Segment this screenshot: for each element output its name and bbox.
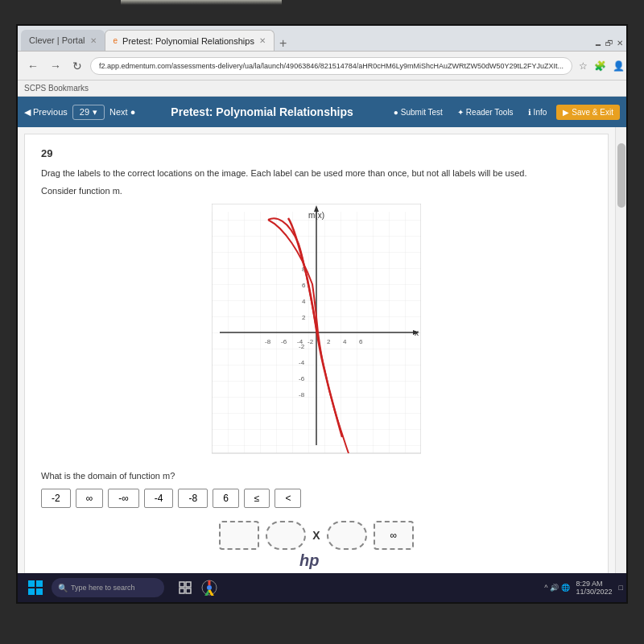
monitor: Clever | Portal ✕ e Pretest: Polynomial … bbox=[0, 0, 644, 644]
notification-icon[interactable]: □ bbox=[619, 584, 623, 592]
svg-text:6: 6 bbox=[359, 338, 363, 345]
drop-target-4[interactable]: ∞ bbox=[374, 521, 414, 550]
profile-icon[interactable]: 👤 bbox=[611, 59, 626, 73]
label-tiles: -2 ∞ -∞ -4 -8 6 ≤ < bbox=[41, 489, 592, 508]
svg-text:m(x): m(x) bbox=[308, 211, 324, 220]
svg-rect-23 bbox=[28, 580, 35, 587]
chrome-svg bbox=[201, 580, 217, 596]
taskbar-icons bbox=[175, 578, 219, 597]
url-box[interactable]: f2.app.edmentum.com/assessments-delivery… bbox=[90, 57, 572, 75]
taskbar: 🔍 Type here to search bbox=[18, 573, 628, 602]
tab-pretest-icon: e bbox=[114, 36, 118, 45]
taskbar-right: ^ 🔊 🌐 8:29 AM 11/30/2022 □ bbox=[544, 580, 623, 596]
svg-rect-29 bbox=[180, 588, 184, 593]
url-text: f2.app.edmentum.com/assessments-delivery… bbox=[99, 62, 564, 70]
taskbar-search-box[interactable]: 🔍 Type here to search bbox=[52, 578, 164, 597]
tab-pretest[interactable]: e Pretest: Polynomial Relationships ✕ bbox=[105, 30, 275, 51]
domain-question: What is the domain of function m? bbox=[41, 471, 592, 481]
previous-button[interactable]: ◀ Previous bbox=[24, 107, 68, 118]
infinity-filled: ∞ bbox=[390, 530, 397, 541]
svg-text:-6: -6 bbox=[281, 338, 287, 345]
windows-logo-icon bbox=[28, 580, 43, 595]
app-title: Pretest: Polynomial Relationships bbox=[142, 105, 382, 118]
submit-test-button[interactable]: ● Submit Test bbox=[389, 105, 448, 120]
tab-pretest-label: Pretest: Polynomial Relationships bbox=[122, 36, 254, 46]
bookmarks-label: SCPS Bookmarks bbox=[24, 84, 89, 93]
browser: Clever | Portal ✕ e Pretest: Polynomial … bbox=[18, 26, 626, 602]
hp-logo: hp bbox=[299, 551, 319, 570]
svg-rect-24 bbox=[36, 580, 43, 587]
save-exit-button[interactable]: ▶ Save & Exit bbox=[556, 105, 620, 120]
tile-leq[interactable]: ≤ bbox=[244, 489, 270, 508]
tile-lt[interactable]: < bbox=[275, 489, 301, 508]
bookmarks-bar: SCPS Bookmarks bbox=[18, 80, 626, 97]
dropdown-icon: ▾ bbox=[93, 107, 97, 118]
reader-tools-button[interactable]: ✦ Reader Tools bbox=[452, 105, 518, 120]
svg-text:-2: -2 bbox=[299, 343, 305, 350]
save-icon: ▶ bbox=[563, 108, 569, 117]
svg-text:-6: -6 bbox=[299, 375, 305, 382]
drop-target-2[interactable] bbox=[266, 521, 306, 550]
extension-icon[interactable]: 🧩 bbox=[592, 59, 608, 73]
tile-neg8[interactable]: -8 bbox=[178, 489, 208, 508]
restore-icon[interactable]: 🗗 bbox=[605, 39, 613, 47]
drop-target-3[interactable] bbox=[327, 521, 367, 550]
svg-text:6: 6 bbox=[302, 282, 306, 289]
taskbar-tray-icons: ^ 🔊 🌐 bbox=[544, 584, 569, 592]
address-bar: ← → ↻ f2.app.edmentum.com/assessments-de… bbox=[18, 52, 626, 80]
taskbar-chrome-icon[interactable] bbox=[200, 578, 219, 597]
minimize-icon[interactable]: 🗕 bbox=[594, 39, 602, 47]
light-effect bbox=[121, 0, 282, 5]
forward-button[interactable]: → bbox=[47, 58, 64, 74]
taskbar-date: 11/30/2022 bbox=[576, 588, 613, 596]
taskbar-multitask-icon[interactable] bbox=[175, 578, 195, 597]
browser-icons: ☆ 🧩 👤 ⋮ bbox=[577, 59, 628, 73]
multitask-svg bbox=[179, 581, 192, 594]
bookmark-star-icon[interactable]: ☆ bbox=[577, 59, 589, 73]
new-tab-button[interactable]: + bbox=[275, 36, 291, 51]
tab-clever-close[interactable]: ✕ bbox=[90, 36, 97, 45]
close-window-icon[interactable]: ✕ bbox=[617, 39, 623, 47]
app-header: ◀ Previous 29 ▾ Next ● Pretest: Polynomi… bbox=[18, 97, 626, 127]
svg-point-32 bbox=[207, 585, 212, 590]
tile-neg2[interactable]: -2 bbox=[41, 489, 71, 508]
svg-text:4: 4 bbox=[302, 298, 306, 305]
instructions: Drag the labels to the correct locations… bbox=[41, 167, 592, 180]
question-panel: 29 Drag the labels to the correct locati… bbox=[24, 134, 609, 577]
screen: Clever | Portal ✕ e Pretest: Polynomial … bbox=[16, 24, 628, 604]
svg-text:x: x bbox=[415, 328, 419, 337]
question-number-display[interactable]: 29 ▾ bbox=[72, 105, 105, 120]
question-number: 29 bbox=[41, 147, 592, 159]
svg-rect-26 bbox=[36, 588, 43, 595]
drop-target-1[interactable] bbox=[219, 521, 259, 550]
scrollbar-thumb[interactable] bbox=[617, 143, 625, 208]
graph-svg: x m(x) -8 -6 -4 -2 2 4 bbox=[212, 204, 421, 461]
reload-button[interactable]: ↻ bbox=[69, 58, 85, 74]
tab-pretest-close[interactable]: ✕ bbox=[259, 36, 266, 45]
tab-bar: Clever | Portal ✕ e Pretest: Polynomial … bbox=[18, 26, 626, 52]
svg-rect-27 bbox=[180, 582, 184, 587]
next-button[interactable]: Next ● bbox=[109, 107, 135, 117]
search-icon: 🔍 bbox=[58, 584, 68, 592]
submit-icon: ● bbox=[394, 108, 398, 117]
drop-targets: X ∞ bbox=[41, 521, 592, 550]
tile-neg4[interactable]: -4 bbox=[144, 489, 174, 508]
x-separator: X bbox=[312, 529, 320, 542]
svg-rect-30 bbox=[186, 588, 191, 593]
back-button[interactable]: ← bbox=[24, 58, 42, 74]
svg-text:-8: -8 bbox=[299, 391, 305, 398]
svg-text:-2: -2 bbox=[308, 338, 314, 345]
tab-clever[interactable]: Clever | Portal ✕ bbox=[21, 30, 105, 51]
svg-rect-25 bbox=[28, 588, 35, 595]
start-button[interactable] bbox=[24, 576, 47, 599]
svg-text:-4: -4 bbox=[299, 359, 305, 366]
svg-text:-8: -8 bbox=[265, 338, 271, 345]
next-circle-icon: ● bbox=[130, 107, 136, 117]
consider-text: Consider function m. bbox=[41, 186, 592, 196]
svg-text:2: 2 bbox=[302, 314, 306, 321]
tile-neg-infinity[interactable]: -∞ bbox=[108, 489, 139, 508]
info-button[interactable]: ℹ Info bbox=[523, 105, 552, 120]
tile-6[interactable]: 6 bbox=[213, 489, 239, 508]
graph-container: x m(x) -8 -6 -4 -2 2 4 bbox=[41, 204, 592, 461]
tile-infinity[interactable]: ∞ bbox=[76, 489, 104, 508]
